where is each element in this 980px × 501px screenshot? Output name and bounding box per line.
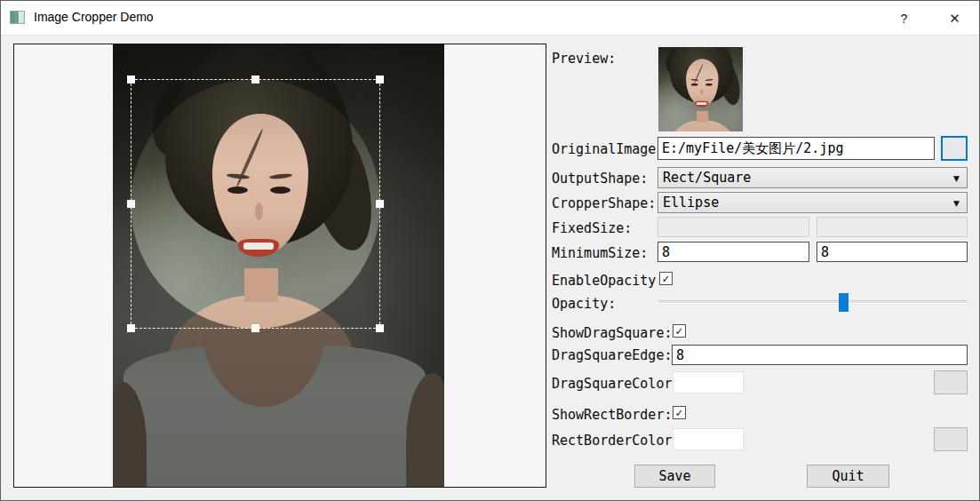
cropper-canvas	[13, 44, 546, 488]
check-icon: ✓	[676, 407, 683, 418]
rect-border-color-swatch	[673, 428, 744, 450]
preview-label: Preview:	[552, 51, 616, 67]
drag-handle-middle-left[interactable]	[127, 200, 135, 208]
check-icon: ✓	[663, 273, 670, 284]
minimum-height-input[interactable]	[817, 242, 968, 262]
opacity-slider[interactable]	[658, 293, 968, 312]
opacity-slider-groove[interactable]	[658, 300, 968, 304]
chevron-down-icon: ▼	[953, 199, 960, 208]
fixed-size-label: FixedSize:	[552, 220, 632, 236]
quit-button[interactable]: Quit	[807, 465, 889, 488]
show-drag-square-checkbox[interactable]: ✓	[673, 324, 686, 338]
drag-square-color-swatch	[673, 371, 744, 394]
show-drag-square-label: ShowDragSquare:	[552, 325, 672, 341]
cropper-shape-label: CropperShape:	[552, 195, 656, 211]
close-icon: ✕	[949, 11, 960, 27]
drag-square-color-label: DragSquareColor:	[552, 376, 681, 392]
browse-button[interactable]	[941, 136, 968, 161]
minimum-width-input[interactable]	[657, 242, 809, 262]
enable-opacity-label: EnableOpacity:	[552, 273, 664, 289]
opacity-label: Opacity:	[552, 296, 616, 312]
enable-opacity-checkbox[interactable]: ✓	[659, 272, 673, 285]
close-button[interactable]: ✕	[935, 1, 975, 36]
cropper-shape-value: Ellipse	[663, 195, 719, 211]
drag-square-edge-label: DragSquareEdge:	[552, 347, 672, 363]
title-bar: Image Cropper Demo ? ✕	[1, 1, 979, 36]
drag-handle-bottom-right[interactable]	[376, 324, 384, 332]
rect-border-color-label: RectBorderColor:	[552, 433, 681, 449]
rect-border-color-button[interactable]	[934, 427, 968, 451]
preview-image	[658, 47, 743, 131]
check-icon: ✓	[676, 325, 683, 337]
output-shape-select[interactable]: Rect/Square ▼	[657, 167, 968, 188]
drag-handle-top-right[interactable]	[376, 76, 384, 84]
drag-handle-bottom-left[interactable]	[127, 324, 135, 332]
fixed-width-input	[657, 217, 809, 237]
crop-rect-border[interactable]	[131, 79, 380, 329]
show-rect-border-checkbox[interactable]: ✓	[673, 406, 686, 419]
drag-handle-top-left[interactable]	[127, 76, 135, 84]
original-image-label: OriginalImage:	[552, 141, 664, 157]
opacity-slider-handle[interactable]	[839, 293, 849, 312]
chevron-down-icon: ▼	[953, 174, 960, 183]
app-window: Image Cropper Demo ? ✕	[0, 0, 980, 501]
output-shape-value: Rect/Square	[663, 170, 751, 186]
drag-handle-top-middle[interactable]	[251, 76, 259, 84]
drag-square-edge-input[interactable]	[672, 345, 968, 365]
output-shape-label: OutputShape:	[552, 171, 648, 187]
help-icon: ?	[901, 12, 908, 26]
original-image-input[interactable]	[657, 137, 935, 160]
photo-stage	[113, 44, 444, 487]
drag-handle-middle-right[interactable]	[376, 200, 384, 208]
help-button[interactable]: ?	[884, 1, 924, 36]
window-title: Image Cropper Demo	[34, 10, 154, 24]
fixed-height-input	[817, 217, 968, 237]
drag-square-color-button[interactable]	[934, 370, 968, 394]
show-rect-border-label: ShowRectBorder:	[552, 407, 672, 423]
minimum-size-label: MinimumSize:	[552, 245, 648, 261]
app-icon	[10, 11, 25, 24]
drag-handle-bottom-middle[interactable]	[251, 324, 259, 332]
cropper-shape-select[interactable]: Ellipse ▼	[657, 192, 968, 213]
save-button[interactable]: Save	[634, 465, 715, 488]
